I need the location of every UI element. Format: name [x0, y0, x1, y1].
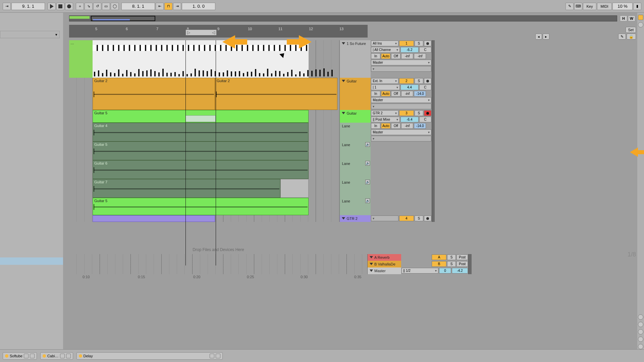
prev-locator-button[interactable]: ◂ — [535, 34, 542, 40]
track-number[interactable]: 4 — [399, 216, 414, 221]
take-clip[interactable]: Guitar 5 — [93, 141, 309, 160]
draw-mode-button[interactable]: ✎ — [566, 3, 574, 10]
monitor-auto[interactable]: Auto — [381, 123, 390, 129]
speaker-icon[interactable]: 🔊 — [365, 161, 370, 166]
clip-area[interactable]: Guitar 7 — [69, 179, 340, 198]
solo-button[interactable]: S — [415, 78, 423, 84]
loop-length[interactable]: 1. 0. 0 — [182, 3, 215, 10]
mixer-toggle[interactable] — [638, 329, 643, 335]
delay-toggle[interactable] — [638, 344, 643, 349]
stop-button[interactable] — [56, 3, 64, 10]
bar-ruler[interactable]: 5 6 7 8 9 10 11 12 13 — [69, 25, 368, 38]
loop-brace[interactable]: ▷◁ — [185, 29, 217, 36]
input-channel[interactable]: || Post Mixe — [371, 117, 400, 122]
track-pan[interactable]: C — [419, 117, 431, 122]
track-pan[interactable]: C — [419, 84, 431, 90]
send-b[interactable]: -inf — [414, 53, 426, 59]
track-header[interactable]: Master — [368, 267, 401, 274]
track-volume[interactable]: -6.2 — [400, 47, 419, 53]
sends-toggle[interactable] — [638, 314, 643, 320]
solo-button[interactable]: S — [415, 41, 423, 46]
device-enable-icon[interactable] — [5, 354, 8, 358]
reenable-automation-button[interactable]: ↺ — [93, 3, 101, 10]
lane-header[interactable]: Lane🔊 — [340, 160, 371, 179]
track-number[interactable]: 3 — [399, 110, 414, 116]
clip-area[interactable] — [69, 215, 340, 222]
pre-post-toggle[interactable]: Post — [457, 261, 468, 267]
device-ctl-icon[interactable] — [60, 354, 65, 358]
solo-button[interactable]: S — [415, 110, 423, 116]
follow-toggle[interactable]: ⇥ — [3, 3, 11, 10]
returns-toggle[interactable] — [638, 322, 643, 327]
output-channel[interactable] — [371, 104, 431, 109]
arm-button[interactable] — [424, 110, 431, 116]
punch-out-button[interactable]: ⇥ — [173, 3, 181, 10]
output-routing[interactable]: Master — [371, 60, 431, 65]
comp-segment[interactable] — [185, 115, 216, 122]
monitor-off[interactable]: Off — [391, 123, 400, 129]
lane-header[interactable]: Lane — [340, 123, 371, 141]
device-chip[interactable]: Softube — [3, 352, 37, 360]
automation-mode-button[interactable]: ✎ — [618, 34, 626, 40]
playhead[interactable] — [216, 40, 216, 265]
clip-area[interactable] — [69, 267, 368, 274]
monitor-off[interactable]: Off — [391, 91, 400, 97]
track-header[interactable]: Guitar — [340, 110, 371, 123]
track-header[interactable]: 1 So Future — [340, 40, 371, 78]
group-clip[interactable] — [93, 215, 215, 222]
arm-button[interactable] — [424, 78, 431, 84]
half-width-button[interactable]: H — [620, 15, 627, 21]
browser-header[interactable]: ▾ — [0, 31, 60, 38]
empty-region[interactable] — [280, 179, 309, 198]
capture-button[interactable]: ▭ — [102, 3, 110, 10]
midi-clip[interactable] — [93, 40, 309, 78]
clip-area[interactable]: Guitar 4 — [69, 123, 340, 141]
monitor-in[interactable]: In — [371, 53, 380, 59]
loop-start[interactable]: 8. 1. 1 — [121, 3, 155, 10]
solo-button[interactable]: S — [447, 261, 456, 267]
input-type[interactable]: GTR 2 — [371, 110, 398, 116]
clip-area[interactable]: Guitar 5 — [69, 110, 340, 123]
track-header[interactable]: GTR 2 — [340, 215, 371, 222]
lane-header[interactable]: Lane🔊 — [340, 179, 371, 198]
fold-icon[interactable] — [370, 256, 373, 258]
overload-indicator[interactable]: ▮ — [633, 3, 641, 10]
track-number[interactable]: 2 — [399, 78, 414, 84]
take-clip[interactable]: Guitar 5 — [93, 198, 309, 215]
play-button[interactable] — [48, 3, 56, 10]
device-enable-icon[interactable] — [43, 354, 46, 358]
track-header[interactable]: A Reverb — [368, 254, 401, 261]
cue-volume[interactable]: 0 — [439, 268, 451, 274]
computer-midi-button[interactable]: ⌨ — [574, 3, 582, 10]
monitor-in[interactable]: In — [371, 123, 380, 129]
output-routing[interactable]: Master — [371, 129, 431, 135]
clip-area[interactable]: Guitar 6 — [69, 160, 340, 179]
track-header[interactable]: B ValhallaDe — [368, 261, 401, 267]
group-routing[interactable] — [371, 216, 398, 221]
next-locator-button[interactable]: ▸ — [543, 34, 549, 40]
send-b[interactable]: -14.0 — [414, 91, 426, 97]
fold-icon[interactable] — [342, 217, 345, 220]
full-width-button[interactable]: W — [628, 15, 635, 21]
input-type[interactable]: All Ins — [371, 41, 398, 46]
punch-in-button[interactable]: ⇤ — [156, 3, 164, 10]
clip-area[interactable] — [69, 261, 368, 267]
speaker-icon[interactable]: 🔊 — [365, 142, 370, 147]
speaker-icon[interactable]: 🔊 — [365, 198, 370, 203]
take-clip[interactable]: Guitar 7 — [93, 179, 280, 198]
output-channel[interactable] — [371, 66, 431, 72]
output-routing[interactable]: Master — [371, 97, 431, 103]
master-volume[interactable]: -4.2 — [452, 268, 468, 274]
clip-area[interactable]: Guitar 5 — [69, 141, 340, 160]
browser-selection[interactable] — [0, 257, 63, 265]
send-a[interactable]: -inf — [401, 123, 413, 129]
loop-toggle[interactable]: ⊓ — [164, 3, 172, 10]
track-number[interactable]: A — [432, 254, 446, 260]
drop-zone[interactable]: Drop Files and Devices Here — [69, 246, 368, 253]
solo-button[interactable]: S — [447, 254, 456, 260]
fold-icon[interactable] — [370, 263, 373, 265]
lane-header[interactable]: Lane🔊 — [340, 141, 371, 160]
device-ctl-icon[interactable] — [210, 354, 214, 358]
input-channel[interactable]: | All Channe — [371, 47, 400, 53]
clip-area[interactable]: Guitar 5 — [69, 198, 340, 215]
